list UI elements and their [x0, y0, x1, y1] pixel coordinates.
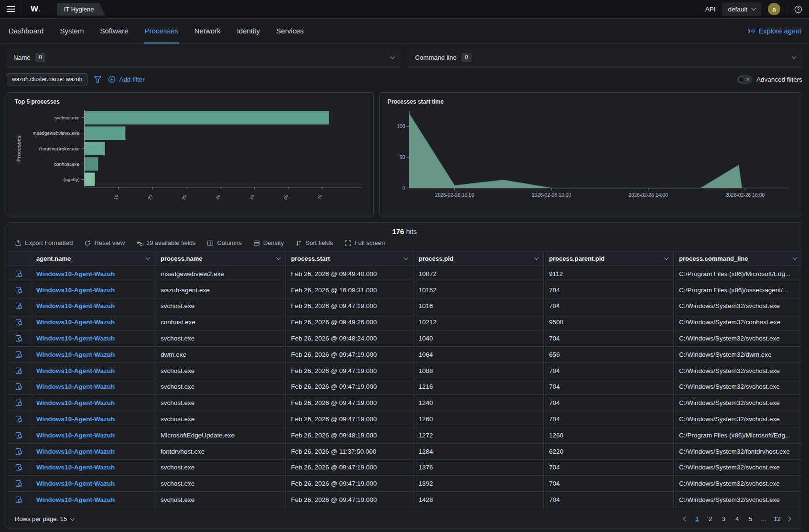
chevron-down-icon: [70, 516, 75, 521]
inspect-document-icon[interactable]: [15, 448, 22, 455]
column-header-agent-name[interactable]: agent.name: [31, 251, 155, 266]
page-3[interactable]: 3: [718, 513, 729, 524]
tab-system[interactable]: System: [59, 19, 85, 43]
column-header-process-start[interactable]: process.start: [286, 251, 413, 266]
column-header-process-parent-pid[interactable]: process.parent.pid: [544, 251, 674, 266]
cell-process-command-line: C:/Windows/System32/svchost.exe: [674, 330, 802, 346]
svg-text:30: 30: [181, 194, 187, 200]
tab-services[interactable]: Services: [275, 19, 305, 43]
advanced-filters-label: Advanced filters: [756, 76, 802, 83]
advanced-filters-toggle[interactable]: [737, 75, 752, 84]
page-1[interactable]: 1: [691, 513, 702, 524]
inspect-document-icon[interactable]: [15, 496, 22, 503]
toolbar-columns-button[interactable]: Columns: [207, 239, 241, 246]
inspect-document-icon[interactable]: [15, 464, 22, 471]
svg-text:svchost.exe: svchost.exe: [54, 115, 80, 120]
name-filter-select[interactable]: Name 0: [7, 49, 401, 66]
cell-process-command-line: C:/Windows/System32/svchost.exe: [674, 476, 802, 491]
previous-page-button[interactable]: [680, 515, 689, 522]
page-12[interactable]: 12: [772, 513, 783, 524]
api-selector[interactable]: default: [722, 2, 761, 16]
breadcrumb-tab-it-hygiene[interactable]: IT Hygiene: [57, 3, 106, 16]
inspect-document-icon[interactable]: [15, 399, 22, 406]
filter-funnel-icon[interactable]: [94, 75, 102, 84]
cell-process-parent-pid: 704: [544, 492, 674, 508]
cell-agent-name[interactable]: Windows10-Agent-Wazuh: [31, 330, 155, 346]
tab-software[interactable]: Software: [99, 19, 129, 43]
cell-agent-name[interactable]: Windows10-Agent-Wazuh: [31, 492, 155, 508]
cell-process-start: Feb 26, 2026 @ 09:47:19.000: [286, 492, 413, 508]
cell-agent-name[interactable]: Windows10-Agent-Wazuh: [31, 347, 155, 362]
cell-agent-name[interactable]: Windows10-Agent-Wazuh: [31, 298, 155, 314]
cell-process-parent-pid: 704: [544, 411, 674, 427]
inspect-document-icon[interactable]: [15, 270, 22, 277]
plus-circle-icon: [108, 75, 116, 83]
command-line-filter-select[interactable]: Command line 0: [409, 49, 803, 66]
page-5[interactable]: 5: [745, 513, 756, 524]
page-2[interactable]: 2: [705, 513, 716, 524]
cell-agent-name[interactable]: Windows10-Agent-Wazuh: [31, 460, 155, 476]
inspect-document-icon[interactable]: [15, 302, 22, 309]
cell-process-parent-pid: 704: [544, 298, 674, 314]
inspect-document-icon[interactable]: [15, 335, 22, 342]
add-filter-button[interactable]: Add filter: [108, 75, 144, 83]
help-icon[interactable]: [794, 5, 802, 13]
name-filter-count-badge: 0: [35, 53, 45, 62]
cell-agent-name[interactable]: Windows10-Agent-Wazuh: [31, 411, 155, 427]
cell-process-pid: 1064: [413, 347, 544, 362]
cell-agent-name[interactable]: Windows10-Agent-Wazuh: [31, 266, 155, 282]
tab-identity[interactable]: Identity: [236, 19, 261, 43]
tab-dashboard[interactable]: Dashboard: [8, 19, 44, 43]
column-header-process-pid[interactable]: process.pid: [413, 251, 544, 266]
processes-start-time-chart[interactable]: 0501002026-02-26 10:002026-02-26 12:0020…: [388, 107, 794, 208]
cell-agent-name[interactable]: Windows10-Agent-Wazuh: [31, 395, 155, 411]
inspect-document-icon[interactable]: [15, 367, 22, 374]
avatar[interactable]: a: [768, 3, 780, 15]
inspect-document-icon[interactable]: [15, 351, 22, 358]
refresh-icon: [84, 240, 91, 246]
explore-agent-link[interactable]: Explore agent: [747, 19, 801, 43]
wazuh-logo[interactable]: W.: [22, 0, 50, 18]
svg-text:50: 50: [399, 155, 405, 160]
cell-agent-name[interactable]: Windows10-Agent-Wazuh: [31, 314, 155, 330]
inspect-document-icon[interactable]: [15, 432, 22, 439]
cell-agent-name[interactable]: Windows10-Agent-Wazuh: [31, 379, 155, 395]
toolbar-19-available-fields-button[interactable]: 19 available fields: [136, 239, 195, 246]
header-controls-cell: [7, 251, 31, 266]
inspect-document-icon[interactable]: [15, 287, 22, 294]
tab-network[interactable]: Network: [194, 19, 222, 43]
menu-button[interactable]: [0, 0, 22, 18]
rows-per-page-selector[interactable]: Rows per page: 15: [15, 515, 74, 522]
toolbar-label: Export Formatted: [25, 239, 73, 246]
inspect-document-icon[interactable]: [15, 480, 22, 487]
toolbar-density-button[interactable]: Density: [253, 239, 284, 246]
next-page-button[interactable]: [785, 515, 794, 522]
filter-pill-wazuh-cluster[interactable]: wazuh.cluster.name: wazuh: [7, 73, 87, 85]
inspect-document-icon[interactable]: [15, 415, 22, 423]
cell-process-name: svchost.exe: [155, 395, 286, 411]
cell-agent-name[interactable]: Windows10-Agent-Wazuh: [31, 444, 155, 459]
density-icon: [253, 240, 260, 246]
toolbar-reset-view-button[interactable]: Reset view: [84, 239, 125, 246]
cell-agent-name[interactable]: Windows10-Agent-Wazuh: [31, 363, 155, 379]
toolbar-export-formatted-button[interactable]: Export Formatted: [15, 239, 73, 246]
toolbar-sort-fields-button[interactable]: Sort fields: [295, 239, 333, 246]
cell-process-start: Feb 26, 2026 @ 09:48:24.000: [286, 330, 413, 346]
cell-process-name: MicrosoftEdgeUpdate.exe: [155, 427, 286, 443]
inspect-document-icon[interactable]: [15, 383, 22, 390]
inspect-document-icon[interactable]: [15, 319, 22, 326]
page-4[interactable]: 4: [732, 513, 743, 524]
tab-processes[interactable]: Processes: [144, 19, 179, 43]
top-5-processes-chart[interactable]: Processessvchost.exemsedgewebview2.exeRu…: [15, 107, 366, 208]
cell-process-start: Feb 26, 2026 @ 09:47:19.000: [286, 347, 413, 362]
column-header-process-name[interactable]: process.name: [155, 251, 286, 266]
divider: [787, 4, 787, 14]
cell-process-command-line: C:/Program Files (x86)/ossec-agent/...: [674, 282, 802, 298]
toolbar-full-screen-button[interactable]: Full screen: [345, 239, 385, 246]
cell-agent-name[interactable]: Windows10-Agent-Wazuh: [31, 427, 155, 443]
cell-agent-name[interactable]: Windows10-Agent-Wazuh: [31, 282, 155, 298]
cell-agent-name[interactable]: Windows10-Agent-Wazuh: [31, 476, 155, 491]
command-line-filter-count-badge: 0: [462, 53, 472, 62]
cell-process-parent-pid: 9112: [544, 266, 674, 282]
column-header-process-command-line[interactable]: process.command_line: [674, 251, 802, 266]
